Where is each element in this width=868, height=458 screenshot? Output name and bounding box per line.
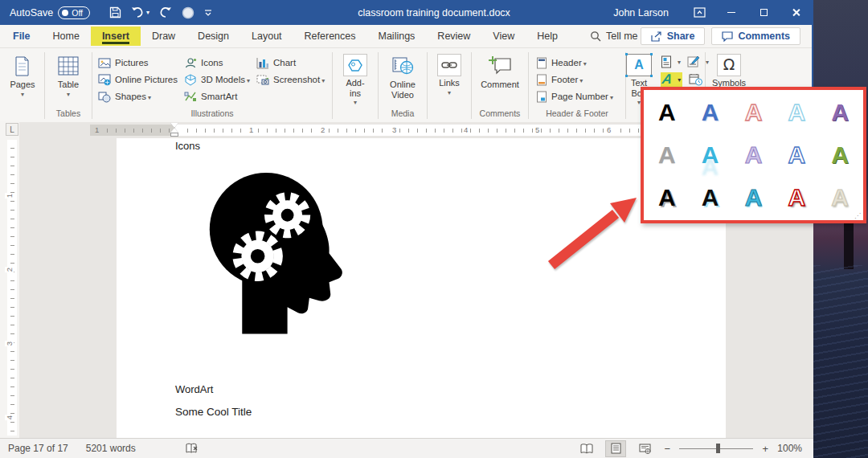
document-page[interactable]: Icons [117,138,726,438]
tab-layout[interactable]: Layout [240,27,293,46]
tab-insert[interactable]: Insert [91,27,141,46]
screenshot-button[interactable]: Screenshot [256,72,325,87]
tab-view[interactable]: View [481,27,526,46]
presence-circle-icon [182,6,194,19]
user-name[interactable]: John Larson [613,7,669,18]
wordart-style-option[interactable]: A [788,100,805,125]
print-layout-button[interactable] [605,440,626,457]
undo-dropdown-caret[interactable]: ▾ [146,9,149,16]
tab-help[interactable]: Help [526,27,569,46]
wordart-style-option[interactable]: A [745,143,763,167]
shapes-icon [98,91,111,103]
ruler-left-margin [90,125,175,136]
tab-file[interactable]: File [0,27,42,46]
new-comment-icon [488,54,512,78]
shapes-button[interactable]: Shapes [98,89,151,104]
tell-me-search[interactable]: Tell me [590,31,638,42]
proofing-errors-icon[interactable] [186,443,199,454]
online-pictures-button[interactable]: Online Pictures [98,72,178,87]
chart-button[interactable]: Chart [256,55,296,70]
undo-button[interactable]: ▾ [131,6,149,18]
autosave-toggle[interactable]: AutoSave Off [10,6,90,19]
wordart-caret[interactable]: ▾ [678,76,681,84]
zoom-level[interactable]: 100% [777,443,802,454]
date-time-button[interactable] [689,72,702,87]
wordart-style-option[interactable]: A [745,186,763,210]
doc-icons-heading[interactable]: Icons [175,140,200,152]
zoom-slider-thumb[interactable] [716,444,720,453]
gallery-resize-handle[interactable]: ⋰ [854,212,862,219]
wordart-style-option[interactable]: A [745,100,763,125]
zoom-in-button[interactable]: + [761,443,769,455]
wordart-style-option[interactable]: A [658,100,676,125]
add-ins-button[interactable]: Add-ins [337,51,374,108]
group-separator [471,52,472,119]
ruler-number: 1 [5,193,14,198]
wordart-style-option[interactable]: A [702,143,719,167]
close-button[interactable] [780,0,812,25]
minimize-button[interactable] [715,0,747,25]
new-comment-button[interactable]: Comment [477,51,523,92]
indent-marker[interactable] [170,123,179,137]
customize-quick-access-toolbar-icon[interactable] [204,8,212,18]
tab-mailings[interactable]: Mailings [367,27,427,46]
tab-references[interactable]: References [293,27,367,46]
wordart-style-option[interactable]: A [831,143,849,167]
pages-icon [14,54,31,78]
wordart-style-option[interactable]: A [702,100,719,125]
tab-selector[interactable]: L [6,123,18,136]
3d-models-button[interactable]: 3D Models [184,72,250,87]
web-layout-button[interactable] [634,440,655,457]
add-ins-icon [343,54,367,76]
word-count[interactable]: 5201 words [86,443,136,454]
read-mode-button[interactable] [576,440,597,457]
hanging-indent-handle[interactable] [170,128,178,133]
vertical-ruler[interactable]: L 1 2 3 4 [6,122,19,438]
group-label-header-footer: Header & Footer [531,108,623,121]
pages-button[interactable]: Pages [6,51,39,100]
tab-review[interactable]: Review [426,27,481,46]
wordart-style-option[interactable]: A [788,186,805,210]
save-icon[interactable] [109,6,121,18]
wordart-style-option[interactable]: A [788,143,805,167]
ribbon-display-options-button[interactable] [683,0,715,25]
page-indicator[interactable]: Page 17 of 17 [8,443,68,454]
quick-parts-button[interactable]: ▾ [661,55,681,69]
links-button[interactable]: Links [433,51,465,99]
wordart-icon: A [661,72,674,88]
comments-button[interactable]: Comments [711,27,800,45]
page-number-button[interactable]: Page Number [536,89,613,104]
head-gears-icon[interactable] [203,164,344,334]
footer-button[interactable]: Footer [536,72,583,87]
tab-home[interactable]: Home [42,27,91,46]
redo-button[interactable] [159,6,172,18]
header-icon [536,57,547,69]
doc-wordart-heading[interactable]: WordArt [175,383,213,395]
share-button[interactable]: Share [641,27,706,45]
wordart-style-option[interactable]: A [658,143,676,167]
online-video-button[interactable]: Online Video [383,51,423,102]
wordart-style-option[interactable]: A [658,186,676,210]
share-icon [651,31,662,42]
smartart-button[interactable]: SmartArt [184,89,237,104]
wordart-style-option[interactable]: A [831,100,849,125]
quick-parts-caret: ▾ [678,59,681,66]
date-time-icon [689,73,702,86]
pictures-icon [98,57,111,69]
wordart-style-option[interactable]: A [702,186,719,210]
left-indent-handle[interactable] [170,133,178,137]
wordart-button[interactable]: A ▾ [661,72,682,87]
zoom-out-button[interactable]: − [663,443,671,455]
group-label-comments: Comments [474,108,526,121]
header-button[interactable]: Header [536,55,587,70]
table-button[interactable]: Table [54,51,83,100]
maximize-button[interactable] [747,0,780,25]
zoom-slider[interactable] [679,443,753,454]
tab-draw[interactable]: Draw [141,27,186,46]
tab-design[interactable]: Design [186,27,240,46]
wordart-style-option[interactable]: A [831,186,849,210]
pictures-button[interactable]: Pictures [98,55,149,70]
icons-button[interactable]: Icons [184,55,223,70]
doc-cool-title[interactable]: Some Cool Title [175,406,252,418]
symbols-button[interactable]: Ω Symbols [708,51,750,91]
